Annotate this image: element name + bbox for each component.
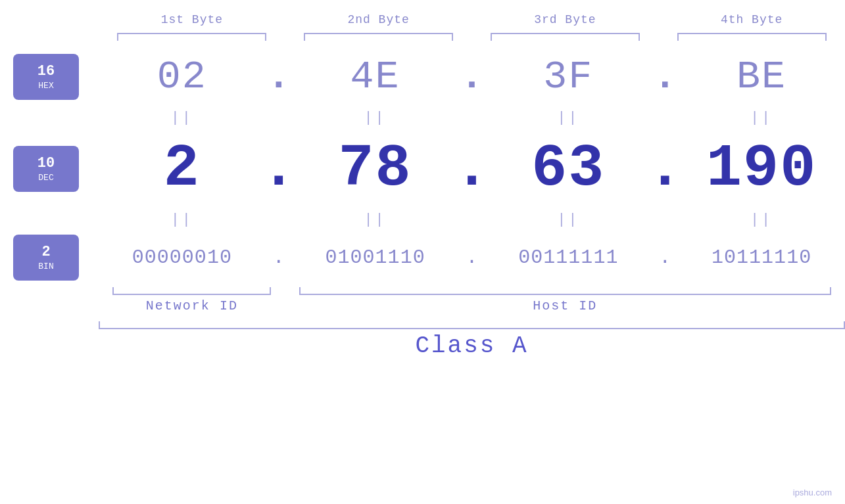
dec-b3-cell: 63 [485, 135, 652, 202]
hex-row: 16 HEX 02 . 4E . 3F . BE [0, 51, 845, 103]
hex-value-b3: 3F [543, 55, 593, 99]
host-bracket-line [299, 287, 831, 295]
dec-label-box: 10 DEC [13, 146, 79, 192]
hex-b2-cell: 4E [292, 55, 459, 99]
top-bracket-cell-2 [285, 33, 472, 41]
header-byte4: 4th Byte [658, 13, 845, 26]
equals-row-1: || || || || [99, 106, 845, 129]
dec-b1-cell: 2 [99, 135, 266, 202]
top-bracket-cell-1 [99, 33, 285, 41]
bin-b1-cell: 00000010 [99, 246, 266, 269]
dot-hex-2: . [459, 55, 485, 99]
class-label: Class A [99, 332, 845, 359]
dec-row: 10 DEC 2 . 78 . 63 . 190 [0, 129, 845, 208]
dot-bin-3: . [652, 246, 678, 269]
dec-value-b2: 78 [339, 135, 412, 202]
dot-hex-3: . [652, 55, 678, 99]
equals-2: || [292, 110, 459, 126]
dec-value-b1: 2 [164, 135, 201, 202]
headers-row: 1st Byte 2nd Byte 3rd Byte 4th Byte [99, 13, 845, 26]
bottom-brackets-row [99, 287, 845, 295]
bin-b3-cell: 00111111 [485, 246, 652, 269]
bin-number: 2 [41, 244, 50, 260]
top-bracket-3 [491, 33, 640, 41]
header-byte3: 3rd Byte [472, 13, 659, 26]
hex-b3-cell: 3F [485, 55, 652, 99]
dot-dec-1: . [266, 135, 292, 202]
dot-hex-1: . [266, 55, 292, 99]
top-bracket-4 [677, 33, 827, 41]
class-bracket-row [99, 321, 845, 329]
dec-b4-cell: 190 [678, 135, 845, 202]
bin-b4-cell: 10111110 [678, 246, 845, 269]
top-bracket-cell-4 [658, 33, 845, 41]
main-container: 1st Byte 2nd Byte 3rd Byte 4th Byte 16 H… [0, 0, 845, 504]
equals-6: || [292, 212, 459, 228]
hex-number: 16 [37, 63, 55, 80]
top-bracket-cell-3 [472, 33, 659, 41]
class-label-row: Class A [99, 332, 845, 359]
dec-value-b4: 190 [706, 135, 817, 202]
dec-base-label: DEC [38, 173, 53, 183]
hex-value-b2: 4E [350, 55, 400, 99]
bin-value-b3: 00111111 [518, 246, 618, 269]
bin-value-b1: 00000010 [132, 246, 232, 269]
equals-5: || [99, 212, 266, 228]
equals-1: || [99, 110, 266, 126]
host-id-label: Host ID [285, 298, 845, 313]
bin-label-box: 2 BIN [13, 235, 79, 281]
bin-row: 2 BIN 00000010 . 01001110 . 00111111 . 1… [0, 231, 845, 284]
equals-8: || [678, 212, 845, 228]
equals-row-2: || || || || [99, 208, 845, 231]
bin-value-b4: 10111110 [712, 246, 811, 269]
net-bracket-line [112, 287, 271, 295]
watermark: ipshu.com [793, 488, 832, 497]
bin-value-b2: 01001110 [326, 246, 425, 269]
dot-bin-1: . [266, 246, 292, 269]
class-bracket [99, 321, 845, 329]
header-byte1: 1st Byte [99, 13, 285, 26]
top-brackets-row [99, 33, 845, 41]
dec-number: 10 [37, 155, 55, 172]
hex-b4-cell: BE [678, 55, 845, 99]
bin-base-label: BIN [38, 262, 53, 271]
dec-value-b3: 63 [531, 135, 605, 202]
hex-b1-cell: 02 [99, 55, 266, 99]
hex-value-b4: BE [736, 55, 786, 99]
equals-4: || [678, 110, 845, 126]
header-byte2: 2nd Byte [285, 13, 472, 26]
equals-7: || [485, 212, 652, 228]
net-bracket-wrap [99, 287, 285, 295]
dec-b2-cell: 78 [292, 135, 459, 202]
dot-dec-2: . [459, 135, 485, 202]
hex-label-box: 16 HEX [13, 54, 79, 100]
id-labels-row: Network ID Host ID [99, 298, 845, 313]
hex-value-b1: 02 [157, 55, 207, 99]
dot-dec-3: . [652, 135, 678, 202]
dot-bin-2: . [459, 246, 485, 269]
top-bracket-1 [117, 33, 266, 41]
bin-b2-cell: 01001110 [292, 246, 459, 269]
top-bracket-2 [304, 33, 453, 41]
hex-base-label: HEX [38, 81, 53, 91]
equals-3: || [485, 110, 652, 126]
network-id-label: Network ID [99, 298, 285, 313]
host-bracket-wrap [285, 287, 845, 295]
